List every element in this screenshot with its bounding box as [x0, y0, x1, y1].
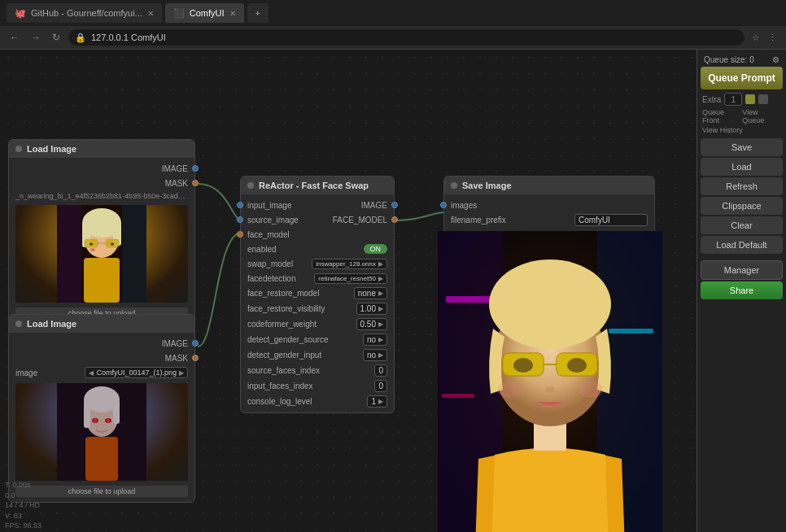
gear-icon[interactable]: ⚙	[772, 55, 779, 64]
load-btn[interactable]: Load	[701, 158, 783, 176]
reactor-face-model-out-port[interactable]	[391, 216, 398, 223]
load-image-2-title: Load Image	[27, 319, 76, 329]
queue-prompt-btn[interactable]: Queue Prompt	[701, 67, 783, 89]
tab-github[interactable]: 🐙 GitHub - Gourneff/comfyui... ✕	[7, 3, 162, 23]
codeformer-value[interactable]: 0.50 ▶	[356, 318, 387, 330]
mask-port-label: MASK	[165, 179, 188, 188]
preview-girl-yellow-img	[15, 205, 188, 303]
enabled-toggle[interactable]: ON	[364, 244, 388, 254]
save-image-header: Save Image	[444, 177, 654, 194]
swap-model-val: inswapper_128.onnx	[316, 260, 376, 268]
svg-point-10	[90, 243, 93, 246]
image-port-label-2: IMAGE	[162, 339, 188, 348]
save-images-port[interactable]	[440, 202, 447, 208]
console-value[interactable]: 1 ▶	[367, 395, 387, 408]
save-image-filename-row: filename_prefix	[444, 212, 654, 228]
lock-icon: 🔒	[75, 33, 86, 43]
tab-close-github[interactable]: ✕	[147, 9, 154, 18]
queue-size-label: Queue size: 0	[704, 55, 754, 64]
tab-close-comfyui[interactable]: ✕	[229, 9, 236, 18]
tab-bar: 🐙 GitHub - Gourneff/comfyui... ✕ ⬛ Comfy…	[0, 0, 786, 26]
save-btn[interactable]: Save	[701, 138, 783, 156]
refresh-btn[interactable]: Refresh	[701, 177, 783, 195]
reactor-facedetection-row: facedetection retinaface_resnet50 ▶	[241, 271, 394, 286]
svg-point-43	[579, 382, 603, 398]
status-bar: T: 0.00s 0.0 14 / 4 / HD V: 63 FPS: 96.5…	[0, 478, 46, 532]
reactor-face-model-port[interactable]	[237, 231, 243, 238]
new-tab-btn[interactable]: +	[247, 3, 269, 23]
restore-vis-label: face_restore_visibility	[247, 304, 325, 313]
address-bar[interactable]: 🔒 127.0.0.1 ComfyUI	[68, 29, 745, 46]
image-label: image	[15, 368, 37, 377]
color-swatch-1[interactable]	[745, 94, 755, 104]
clipspace-btn[interactable]: Clipspace	[701, 197, 783, 215]
status-line-3: 14 / 4 / HD	[5, 500, 41, 511]
clear-btn[interactable]: Clear	[701, 216, 783, 234]
face-output-preview	[438, 231, 662, 532]
right-panel: Queue size: 0 ⚙ Queue Prompt Extra 1 Que…	[696, 50, 786, 532]
menu-btn[interactable]: ⋮	[766, 32, 779, 44]
filename-prefix-label: filename_prefix	[451, 216, 506, 225]
reactor-body: input_image IMAGE source_image FACE_MODE…	[241, 194, 394, 412]
reactor-input-faces-row: input_faces_index 0	[241, 378, 394, 394]
manager-btn[interactable]: Manager	[701, 260, 783, 280]
reactor-source-port[interactable]	[237, 216, 243, 223]
canvas-area[interactable]: Load Image IMAGE MASK _n_wearing_bi_1_e4…	[0, 50, 786, 532]
mask-output-port-1[interactable]	[192, 180, 199, 186]
back-btn[interactable]: ←	[7, 30, 23, 45]
comfyui-favicon: ⬛	[173, 8, 185, 19]
swap-model-value[interactable]: inswapper_128.onnx ▶	[312, 259, 387, 269]
save-image-body: images filename_prefix	[444, 194, 654, 532]
input-faces-val: 0	[378, 382, 383, 390]
bookmark-btn[interactable]: ☆	[749, 32, 762, 44]
reactor-input-image-label: input_image	[247, 201, 291, 210]
svg-rect-28	[446, 296, 495, 303]
load-image-1-title: Load Image	[27, 144, 76, 154]
github-tab-label: GitHub - Gourneff/comfyui...	[31, 8, 142, 18]
restore-vis-value[interactable]: 1.00 ▶	[356, 303, 387, 315]
forward-btn[interactable]: →	[28, 30, 44, 45]
share-btn[interactable]: Share	[701, 281, 783, 299]
load-default-btn[interactable]: Load Default	[701, 236, 783, 254]
load-image-2-preview	[15, 383, 188, 481]
reload-btn[interactable]: ↻	[49, 30, 63, 45]
extra-number-input[interactable]: 1	[724, 93, 742, 106]
detect-input-val: no	[367, 351, 376, 360]
detect-input-value[interactable]: no ▶	[363, 349, 387, 361]
svg-point-42	[497, 382, 522, 398]
reactor-restore-model-row: face_restore_model none ▶	[241, 286, 394, 301]
queue-front-link[interactable]: Queue Front	[702, 108, 742, 124]
filename-prefix-input[interactable]	[574, 214, 648, 226]
detect-source-value[interactable]: no ▶	[363, 334, 387, 346]
nav-bar: ← → ↻ 🔒 127.0.0.1 ComfyUI ☆ ⋮	[0, 26, 786, 49]
reactor-source-label: source_image	[247, 216, 299, 225]
color-swatch-2[interactable]	[758, 94, 768, 104]
restore-model-value[interactable]: none ▶	[354, 287, 387, 299]
source-faces-label: source_faces_index	[247, 366, 320, 375]
facedetection-value[interactable]: retinaface_resnet50 ▶	[314, 273, 387, 284]
load-image-1-mask-port: MASK	[9, 176, 194, 190]
source-faces-value[interactable]: 0	[374, 364, 387, 377]
save-image-title: Save Image	[462, 181, 512, 190]
reactor-input-image-port[interactable]	[237, 202, 243, 208]
output-face-svg	[438, 231, 662, 532]
svg-point-39	[513, 358, 533, 373]
image-output-port-2[interactable]	[192, 340, 199, 347]
comfyui-tab-label: ComfyUI	[190, 8, 225, 18]
mask-output-port-2[interactable]	[192, 355, 199, 361]
svg-rect-13	[122, 205, 146, 303]
view-history-link[interactable]: View History	[702, 126, 743, 134]
load-image-2-header: Load Image	[9, 315, 194, 333]
facedetection-label: facedetection	[247, 274, 296, 283]
tab-comfyui[interactable]: ⬛ ComfyUI ✕	[165, 3, 244, 23]
view-queue-link[interactable]: View Queue	[742, 108, 781, 124]
console-val: 1	[371, 397, 376, 406]
image-output-port-1[interactable]	[192, 165, 199, 172]
image-filename-val: ComfyUI_00147_(1).png	[96, 368, 177, 377]
reactor-node: ReActor - Fast Face Swap input_image IMA…	[240, 176, 395, 413]
image-value-row[interactable]: ◀ ComfyUI_00147_(1).png ▶	[85, 367, 188, 378]
reactor-image-out-port[interactable]	[391, 202, 398, 208]
status-line-5: FPS: 96.53	[5, 521, 41, 531]
input-faces-value[interactable]: 0	[374, 380, 387, 392]
preview-girl-white-img	[15, 383, 188, 481]
